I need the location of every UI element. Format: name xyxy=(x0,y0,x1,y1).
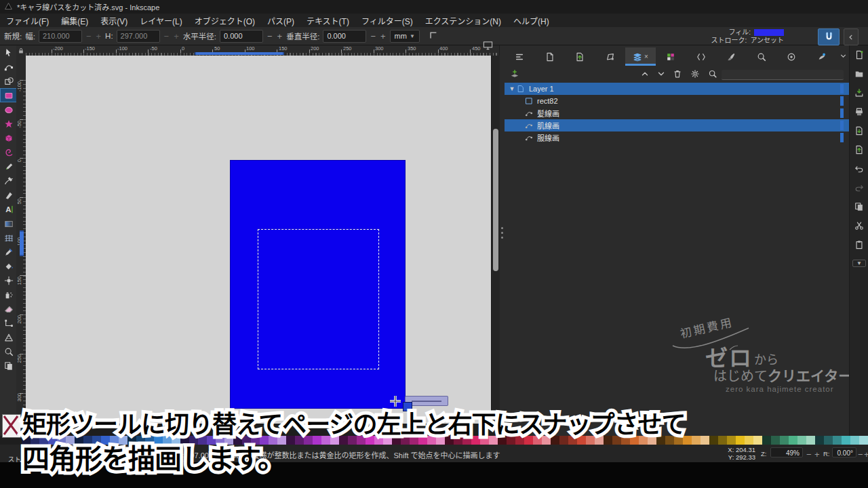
tool-ellipse[interactable] xyxy=(0,102,17,117)
palette-swatch[interactable] xyxy=(842,436,850,445)
tool-box-3d[interactable] xyxy=(0,131,17,145)
menu-item-6[interactable]: テキスト(T) xyxy=(300,14,355,28)
tool-paint-bucket[interactable] xyxy=(0,259,17,273)
palette-swatch[interactable] xyxy=(692,436,701,445)
expander-icon[interactable]: ▼ xyxy=(507,85,517,92)
ruler-corner[interactable] xyxy=(16,45,26,56)
tool-connector[interactable] xyxy=(0,316,17,330)
tool-tweak[interactable] xyxy=(0,273,17,287)
field-plus-1[interactable]: + xyxy=(173,30,180,42)
tool-pencil[interactable] xyxy=(0,159,17,174)
layer-highlight-strip[interactable] xyxy=(840,84,844,94)
dock-tab-find-replace[interactable] xyxy=(746,47,776,66)
dock-tab-symbols[interactable] xyxy=(776,47,807,66)
palette-swatch[interactable] xyxy=(780,436,789,445)
redo-button[interactable] xyxy=(850,178,868,197)
dock-tab-document-properties[interactable] xyxy=(535,47,566,66)
palette-swatch[interactable] xyxy=(824,436,833,445)
tool-measure[interactable] xyxy=(0,330,17,344)
layer-row-髪線画[interactable]: 髪線画 xyxy=(505,107,849,119)
palette-swatch[interactable] xyxy=(718,436,727,445)
display-mode-icon[interactable] xyxy=(482,41,494,54)
layer-row-肌線画[interactable]: 肌線画 xyxy=(505,119,849,131)
menu-item-2[interactable]: 表示(V) xyxy=(94,14,134,28)
palette-swatch[interactable] xyxy=(833,436,842,445)
zoom-minus-button[interactable]: − xyxy=(806,449,812,460)
menu-item-5[interactable]: パス(P) xyxy=(261,14,300,28)
zoom-plus-button[interactable]: + xyxy=(814,449,821,460)
unit-dropdown[interactable]: mm ▼ xyxy=(390,30,420,43)
layer-highlight-strip[interactable] xyxy=(840,133,844,142)
duplicate-button[interactable] xyxy=(850,197,868,216)
tool-star[interactable] xyxy=(0,117,17,131)
vertical-scrollbar[interactable] xyxy=(491,56,500,424)
tool-node-editor[interactable] xyxy=(0,60,17,74)
menu-item-4[interactable]: オブジェクト(O) xyxy=(189,14,261,28)
rotation-plus-button[interactable]: + xyxy=(863,449,868,460)
fill-color-swatch[interactable] xyxy=(754,29,784,36)
field-plus-2[interactable]: + xyxy=(277,30,283,42)
field-minus-0[interactable]: − xyxy=(85,30,92,42)
new-document-button[interactable] xyxy=(850,45,868,64)
dock-tab-align-distribute[interactable] xyxy=(505,47,535,66)
palette-swatch[interactable] xyxy=(736,436,745,445)
menu-item-7[interactable]: フィルター(S) xyxy=(355,14,419,28)
sharp-corners-button[interactable] xyxy=(429,30,438,41)
print-document-button[interactable] xyxy=(850,102,868,121)
tool-color-picker[interactable] xyxy=(0,245,17,259)
palette-swatch[interactable] xyxy=(771,436,780,445)
add-layer-button[interactable] xyxy=(510,69,519,81)
dock-tab-objects-layers[interactable]: × xyxy=(625,47,656,66)
tool-zoom-tool[interactable] xyxy=(0,344,17,359)
menu-item-3[interactable]: レイヤー(L) xyxy=(134,14,188,28)
tool-selector[interactable] xyxy=(0,45,17,60)
menu-item-8[interactable]: エクステンション(N) xyxy=(419,14,507,28)
tool-pages[interactable] xyxy=(0,359,17,373)
tool-spiral[interactable] xyxy=(0,145,17,159)
layer-row-服線画[interactable]: 服線画 xyxy=(505,131,849,144)
dock-tab-export[interactable] xyxy=(565,47,595,66)
layer-highlight-strip[interactable] xyxy=(840,121,844,130)
tool-text[interactable]: A xyxy=(0,202,17,216)
palette-swatch[interactable] xyxy=(709,436,718,445)
layer-highlight-strip[interactable] xyxy=(840,96,844,106)
tool-eraser[interactable] xyxy=(0,302,17,316)
field-minus-1[interactable]: − xyxy=(163,30,170,42)
palette-swatch[interactable] xyxy=(762,436,771,445)
palette-swatch[interactable] xyxy=(701,436,709,445)
menu-item-9[interactable]: ヘルプ(H) xyxy=(507,14,555,28)
layer-search-input[interactable] xyxy=(722,70,844,80)
panel-splitter[interactable] xyxy=(500,45,505,436)
open-document-button[interactable] xyxy=(850,64,868,83)
field-input-1[interactable]: 297.000 xyxy=(117,30,160,43)
dock-tab-xml-editor[interactable] xyxy=(686,47,716,66)
vertical-scrollbar-thumb[interactable] xyxy=(493,129,498,271)
save-document-button[interactable] xyxy=(850,83,868,102)
field-minus-3[interactable]: − xyxy=(370,30,376,42)
palette-swatch[interactable] xyxy=(727,436,736,445)
paste-button[interactable] xyxy=(850,235,868,254)
tool-bezier-pen[interactable] xyxy=(0,174,17,188)
cut-button[interactable] xyxy=(850,216,868,235)
tool-spray[interactable] xyxy=(0,287,17,302)
delete-item-button[interactable] xyxy=(673,69,682,81)
palette-swatch[interactable] xyxy=(850,436,859,445)
palette-swatch[interactable] xyxy=(859,436,868,445)
field-minus-2[interactable]: − xyxy=(267,30,273,42)
palette-swatch[interactable] xyxy=(789,436,797,445)
panel-search-button[interactable] xyxy=(708,69,717,81)
tool-shape-builder[interactable] xyxy=(0,74,17,88)
rotation-input[interactable]: 0.00° xyxy=(832,447,856,458)
tool-mesh-gradient[interactable] xyxy=(0,230,17,245)
tool-rectangle[interactable] xyxy=(0,88,17,102)
export-file-button[interactable] xyxy=(850,140,868,159)
layer-row-Layer 1[interactable]: ▼Layer 1 xyxy=(505,83,849,95)
menu-item-1[interactable]: 編集(E) xyxy=(55,14,94,28)
import-file-button[interactable] xyxy=(850,121,868,140)
palette-swatch[interactable] xyxy=(806,436,815,445)
layer-row-rect82[interactable]: rect82 xyxy=(505,95,849,107)
command-overflow-button[interactable]: ▼ xyxy=(850,257,868,269)
canvas[interactable] xyxy=(26,56,491,424)
field-input-3[interactable]: 0.000 xyxy=(323,30,366,43)
palette-swatch[interactable] xyxy=(815,436,824,445)
